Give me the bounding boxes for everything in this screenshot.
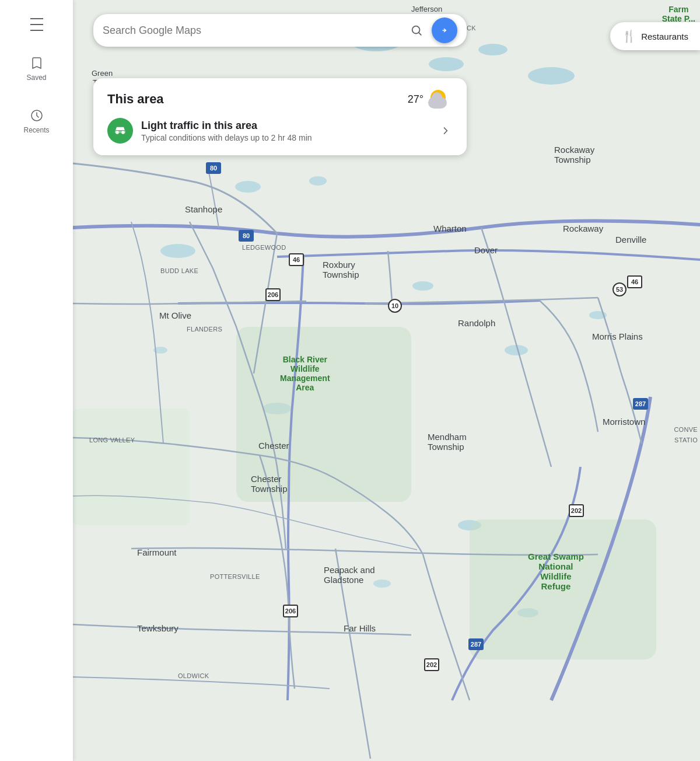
weather-temp: 27°: [408, 93, 424, 106]
menu-button[interactable]: [23, 11, 51, 39]
directions-button[interactable]: [432, 18, 457, 43]
search-icon: [410, 24, 423, 37]
search-input[interactable]: [103, 25, 406, 37]
traffic-text: Light traffic in this area Typical condi…: [141, 120, 312, 142]
saved-label: Saved: [26, 74, 46, 82]
svg-point-13: [373, 580, 391, 588]
recents-label: Recents: [23, 126, 49, 134]
traffic-status-icon: [107, 118, 133, 144]
sidebar-item-saved[interactable]: Saved: [13, 50, 60, 86]
traffic-row[interactable]: Light traffic in this area Typical condi…: [107, 118, 453, 144]
svg-rect-18: [470, 519, 656, 659]
restaurant-icon: 🍴: [622, 29, 636, 43]
svg-rect-17: [236, 327, 411, 502]
car-icon: [113, 124, 127, 138]
directions-icon: [438, 23, 452, 37]
traffic-chevron[interactable]: [439, 124, 453, 138]
info-card: This area 27° Light traffic: [93, 78, 467, 155]
weather-icon: [428, 90, 453, 109]
clock-icon: [29, 107, 45, 124]
svg-point-7: [160, 244, 195, 258]
traffic-status: Light traffic in this area: [141, 120, 312, 132]
sidebar-item-recents[interactable]: Recents: [13, 103, 60, 139]
search-button[interactable]: [406, 20, 427, 41]
restaurant-label: Restaurants: [641, 32, 688, 41]
svg-point-9: [412, 281, 433, 291]
bookmark-icon: [29, 55, 45, 71]
search-bar: [93, 14, 467, 47]
info-card-title: This area: [107, 92, 164, 107]
svg-point-8: [309, 176, 327, 186]
svg-point-5: [528, 67, 575, 85]
weather-info: 27°: [408, 90, 453, 109]
sidebar: Saved Recents: [0, 0, 73, 761]
svg-rect-19: [73, 409, 190, 525]
traffic-detail: Typical conditions with delays up to 2 h…: [141, 133, 312, 142]
svg-point-3: [429, 57, 464, 71]
svg-point-6: [235, 181, 261, 193]
restaurant-button[interactable]: 🍴 Restaurants: [610, 22, 700, 50]
svg-rect-23: [115, 130, 125, 133]
svg-point-4: [478, 44, 508, 55]
